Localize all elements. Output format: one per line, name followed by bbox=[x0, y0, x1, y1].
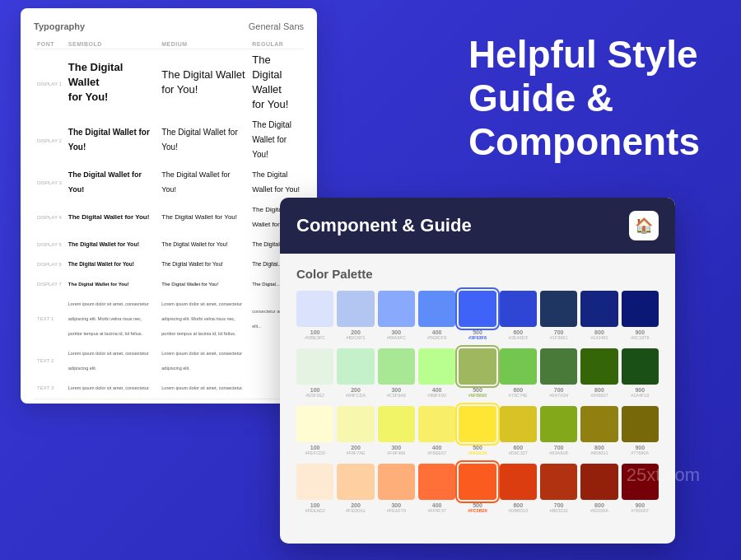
color-swatch-blue-800: 800 #142481 bbox=[580, 291, 618, 340]
table-row: DISPLAY 5 The Digital Wallet for You! Th… bbox=[34, 232, 304, 252]
color-swatch-blue-500: 500 #3F63F6 bbox=[459, 291, 496, 340]
typography-font: General Sans bbox=[249, 21, 304, 31]
color-swatch-blue-600: 600 #2E46D3 bbox=[500, 291, 537, 340]
table-row: TEXT 1 Lorem ipsum dolor sit amet, conse… bbox=[34, 292, 304, 341]
typography-card: Typography General Sans FONT SEMIBOLD ME… bbox=[21, 8, 317, 404]
color-swatch-blue-400: 400 #5E8CF9 bbox=[418, 291, 455, 340]
color-swatch-blue-200: 200 #B2C6F1 bbox=[337, 291, 374, 340]
headline: Helpful Style Guide & Components bbox=[468, 33, 700, 164]
table-row: DISPLAY 4 The Digital Wallet for You! Th… bbox=[34, 198, 304, 232]
color-palette-title: Color Palette bbox=[296, 267, 659, 281]
component-header-title: Component & Guide bbox=[296, 215, 472, 236]
table-row: TEXT 3 Lorem ipsum dolor sit amet, conse… bbox=[34, 376, 304, 395]
col-regular: REGULAR bbox=[249, 40, 304, 49]
watermark: 25xt.com bbox=[627, 464, 700, 486]
col-semibold: SEMIBOLD bbox=[65, 40, 158, 49]
table-row: DISPLAY 2 The Digital Wallet for You! Th… bbox=[34, 114, 304, 163]
home-icon: 🏠 bbox=[629, 211, 659, 240]
table-row: DISPLAY 3 The Digital Wallet for You! Th… bbox=[34, 163, 304, 198]
headline-line1: Helpful Style bbox=[468, 33, 700, 77]
table-row: DISPLAY 7 The Digital Wallet for You! Th… bbox=[34, 272, 304, 292]
color-swatch-blue-300: 300 #89A9FC bbox=[378, 291, 415, 340]
color-swatch-blue-900: 900 #0C1876 bbox=[622, 291, 659, 340]
background: Helpful Style Guide & Components 25xt.co… bbox=[0, 0, 741, 560]
color-row-orange: 100#FEEAD2 200#FED0A1 300#FEAF79 400#FF6… bbox=[296, 464, 659, 513]
color-swatch-blue-700: 700 #1F3661 bbox=[540, 291, 577, 340]
color-row-blue: 100 #DBE3FC 200 #B2C6F1 300 #89A9FC 400 … bbox=[296, 291, 659, 340]
col-medium: MEDIUM bbox=[158, 40, 249, 49]
typography-table: FONT SEMIBOLD MEDIUM REGULAR DISPLAY 1 T… bbox=[34, 40, 304, 395]
color-row-yellow: 100#FEFCD0 200#F8F7AE 300#F0F466 400#F8E… bbox=[296, 406, 659, 455]
component-header: Component & Guide 🏠 bbox=[280, 198, 675, 254]
component-card: Component & Guide 🏠 Color Palette 100 #D… bbox=[280, 198, 675, 544]
col-font: FONT bbox=[34, 40, 65, 49]
table-row: DISPLAY 6 The Digital Wallet for You! Th… bbox=[34, 252, 304, 272]
table-row: DISPLAY 1 The Digital Walletfor You! The… bbox=[34, 49, 304, 114]
color-swatch-blue-100: 100 #DBE3FC bbox=[296, 291, 333, 340]
component-body: Color Palette 100 #DBE3FC 200 #B2C6F1 30… bbox=[280, 254, 675, 534]
typography-title: Typography bbox=[34, 21, 85, 31]
table-row: TEXT 2 Lorem ipsum dolor sit amet, conse… bbox=[34, 341, 304, 376]
color-row-green: 100#E5F3E2 200#84FCDA 300#C5F9A6 400#B9F… bbox=[296, 348, 659, 398]
headline-line3: Components bbox=[468, 120, 700, 164]
headline-line2: Guide & bbox=[468, 77, 700, 120]
